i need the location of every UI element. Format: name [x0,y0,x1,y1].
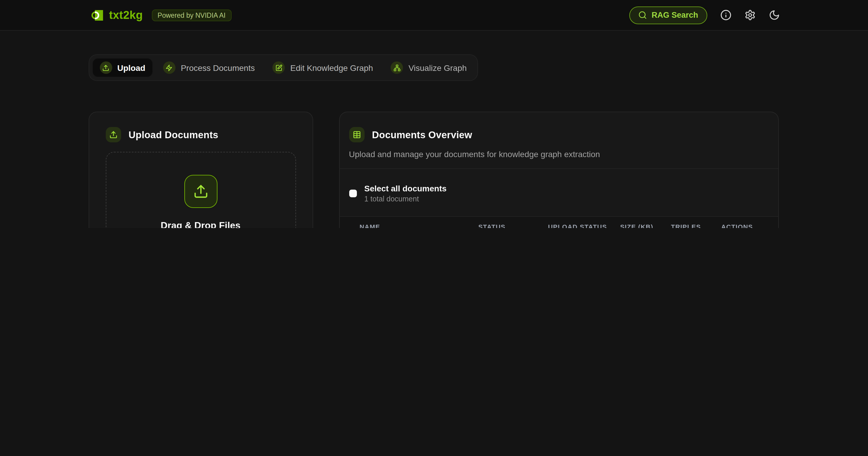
upload-icon [99,61,112,74]
zap-icon [163,61,176,74]
upload-documents-card: Upload Documents Drag & Drop Files or br… [88,111,313,228]
column-header-name: NAME [339,223,471,228]
tab-label: Process Documents [181,63,255,72]
select-all-label: Select all documents [364,184,447,193]
table-icon [349,127,364,142]
select-all-checkbox[interactable] [349,190,356,197]
moon-icon [769,9,780,21]
gear-icon [744,9,755,21]
tab-label: Upload [117,63,145,72]
network-icon [391,61,403,74]
column-header-upload-status: UPLOAD STATUS [541,223,613,228]
divider [339,168,778,169]
dropzone[interactable]: Drag & Drop Files or browse files .md, .… [105,152,296,228]
powered-badge: Powered by NVIDIA AI [152,9,231,21]
upload-card-title: Upload Documents [128,129,218,140]
column-header-size: SIZE (KB) [613,223,664,228]
documents-overview-card: Documents Overview Upload and manage you… [339,111,778,228]
theme-toggle-button[interactable] [769,9,780,21]
app-title: txt2kg [109,8,143,22]
tab-upload[interactable]: Upload [92,58,153,77]
dropzone-title: Drag & Drop Files [161,220,241,228]
tab-bar: Upload Process Documents Edit Knowledge … [88,54,478,81]
table-header: NAME STATUS UPLOAD STATUS SIZE (KB) TRIP… [339,216,778,228]
nvidia-logo-icon [88,7,104,23]
upload-icon [184,174,217,207]
column-header-triples: TRIPLES [664,223,714,228]
column-header-actions: ACTIONS [714,223,778,228]
total-documents-label: 1 total document [364,195,447,203]
upload-icon [105,127,121,142]
documents-card-title: Documents Overview [372,129,472,140]
search-icon [638,11,647,20]
info-icon [720,9,731,21]
app-viewport: txt2kg Powered by NVIDIA AI RAG Search [0,0,868,228]
rag-search-label: RAG Search [651,11,698,20]
edit-icon [272,61,285,74]
select-all-row: Select all documents 1 total document [349,184,769,203]
documents-table: NAME STATUS UPLOAD STATUS SIZE (KB) TRIP… [339,216,778,228]
tab-visualize-graph[interactable]: Visualize Graph [383,58,474,77]
settings-button[interactable] [744,9,755,21]
column-header-status: STATUS [471,223,541,228]
tab-process-documents[interactable]: Process Documents [155,58,262,77]
tab-edit-knowledge-graph[interactable]: Edit Knowledge Graph [265,58,380,77]
documents-card-subtitle: Upload and manage your documents for kno… [349,150,769,159]
tab-label: Visualize Graph [409,63,467,72]
rag-search-button[interactable]: RAG Search [629,6,707,24]
info-button[interactable] [720,9,731,21]
tab-label: Edit Knowledge Graph [290,63,373,72]
brand: txt2kg Powered by NVIDIA AI [88,7,231,23]
app-header: txt2kg Powered by NVIDIA AI RAG Search [0,0,868,31]
